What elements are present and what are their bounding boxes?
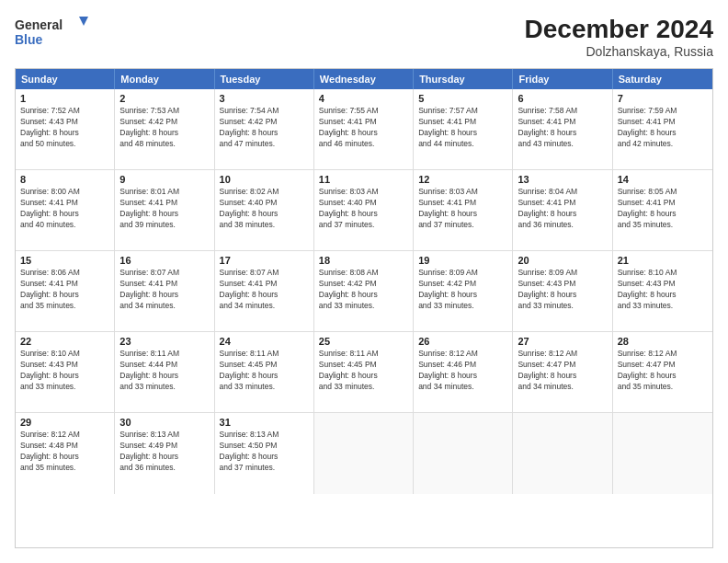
calendar-cell: 16Sunrise: 8:07 AM Sunset: 4:41 PM Dayli… xyxy=(115,251,214,331)
header-day-friday: Friday xyxy=(513,69,612,89)
cell-info: Sunrise: 8:13 AM Sunset: 4:49 PM Dayligh… xyxy=(119,430,209,474)
header-day-thursday: Thursday xyxy=(414,69,513,89)
main-title: December 2024 xyxy=(525,15,713,44)
calendar-cell: 21Sunrise: 8:10 AM Sunset: 4:43 PM Dayli… xyxy=(613,251,712,331)
calendar-cell: 14Sunrise: 8:05 AM Sunset: 4:41 PM Dayli… xyxy=(613,170,712,250)
calendar-cell: 26Sunrise: 8:12 AM Sunset: 4:46 PM Dayli… xyxy=(414,332,513,412)
calendar-cell: 8Sunrise: 8:00 AM Sunset: 4:41 PM Daylig… xyxy=(16,170,115,250)
calendar-cell: 9Sunrise: 8:01 AM Sunset: 4:41 PM Daylig… xyxy=(115,170,214,250)
cell-info: Sunrise: 8:12 AM Sunset: 4:46 PM Dayligh… xyxy=(418,349,507,393)
calendar-cell xyxy=(613,413,712,494)
svg-marker-2 xyxy=(79,17,88,26)
cell-info: Sunrise: 8:00 AM Sunset: 4:41 PM Dayligh… xyxy=(20,187,109,231)
day-number: 31 xyxy=(220,417,309,428)
cell-info: Sunrise: 8:02 AM Sunset: 4:40 PM Dayligh… xyxy=(220,187,309,231)
calendar-cell: 29Sunrise: 8:12 AM Sunset: 4:48 PM Dayli… xyxy=(16,413,115,494)
day-number: 1 xyxy=(20,93,109,104)
day-number: 24 xyxy=(220,336,309,347)
day-number: 22 xyxy=(20,336,109,347)
cell-info: Sunrise: 8:13 AM Sunset: 4:50 PM Dayligh… xyxy=(220,430,309,474)
calendar-cell: 24Sunrise: 8:11 AM Sunset: 4:45 PM Dayli… xyxy=(215,332,314,412)
cell-info: Sunrise: 7:59 AM Sunset: 4:41 PM Dayligh… xyxy=(618,106,708,150)
header: General Blue December 2024 Dolzhanskaya,… xyxy=(15,15,713,59)
day-number: 5 xyxy=(418,93,507,104)
calendar-cell: 10Sunrise: 8:02 AM Sunset: 4:40 PM Dayli… xyxy=(215,170,314,250)
calendar-cell: 6Sunrise: 7:58 AM Sunset: 4:41 PM Daylig… xyxy=(513,89,612,169)
calendar-cell: 22Sunrise: 8:10 AM Sunset: 4:43 PM Dayli… xyxy=(16,332,115,412)
subtitle: Dolzhanskaya, Russia xyxy=(525,44,713,59)
calendar-cell: 27Sunrise: 8:12 AM Sunset: 4:47 PM Dayli… xyxy=(513,332,612,412)
day-number: 29 xyxy=(20,417,109,428)
calendar-week-5: 29Sunrise: 8:12 AM Sunset: 4:48 PM Dayli… xyxy=(16,413,712,494)
header-day-tuesday: Tuesday xyxy=(215,69,314,89)
calendar-cell: 19Sunrise: 8:09 AM Sunset: 4:42 PM Dayli… xyxy=(414,251,513,331)
logo-svg: General Blue xyxy=(15,15,88,48)
calendar-header: SundayMondayTuesdayWednesdayThursdayFrid… xyxy=(16,69,712,89)
cell-info: Sunrise: 7:52 AM Sunset: 4:43 PM Dayligh… xyxy=(20,106,109,150)
cell-info: Sunrise: 8:08 AM Sunset: 4:42 PM Dayligh… xyxy=(319,268,408,312)
cell-info: Sunrise: 8:05 AM Sunset: 4:41 PM Dayligh… xyxy=(618,187,708,231)
cell-info: Sunrise: 7:58 AM Sunset: 4:41 PM Dayligh… xyxy=(518,106,607,150)
day-number: 18 xyxy=(319,255,408,266)
calendar-cell: 7Sunrise: 7:59 AM Sunset: 4:41 PM Daylig… xyxy=(613,89,712,169)
logo: General Blue xyxy=(15,15,88,48)
cell-info: Sunrise: 8:06 AM Sunset: 4:41 PM Dayligh… xyxy=(20,268,109,312)
cell-info: Sunrise: 8:11 AM Sunset: 4:44 PM Dayligh… xyxy=(119,349,209,393)
day-number: 2 xyxy=(119,93,209,104)
day-number: 26 xyxy=(418,336,507,347)
day-number: 21 xyxy=(618,255,708,266)
cell-info: Sunrise: 8:12 AM Sunset: 4:48 PM Dayligh… xyxy=(20,430,109,474)
day-number: 27 xyxy=(518,336,607,347)
day-number: 15 xyxy=(20,255,109,266)
calendar-cell: 25Sunrise: 8:11 AM Sunset: 4:45 PM Dayli… xyxy=(314,332,414,412)
page: General Blue December 2024 Dolzhanskaya,… xyxy=(0,0,728,563)
calendar-cell: 30Sunrise: 8:13 AM Sunset: 4:49 PM Dayli… xyxy=(115,413,214,494)
cell-info: Sunrise: 8:01 AM Sunset: 4:41 PM Dayligh… xyxy=(119,187,209,231)
calendar-cell: 1Sunrise: 7:52 AM Sunset: 4:43 PM Daylig… xyxy=(16,89,115,169)
calendar-cell: 12Sunrise: 8:03 AM Sunset: 4:41 PM Dayli… xyxy=(414,170,513,250)
day-number: 6 xyxy=(518,93,607,104)
cell-info: Sunrise: 7:53 AM Sunset: 4:42 PM Dayligh… xyxy=(119,106,209,150)
day-number: 16 xyxy=(119,255,209,266)
day-number: 8 xyxy=(20,174,109,185)
cell-info: Sunrise: 8:04 AM Sunset: 4:41 PM Dayligh… xyxy=(518,187,607,231)
day-number: 20 xyxy=(518,255,607,266)
calendar-cell: 3Sunrise: 7:54 AM Sunset: 4:42 PM Daylig… xyxy=(215,89,314,169)
day-number: 28 xyxy=(618,336,708,347)
calendar-week-2: 8Sunrise: 8:00 AM Sunset: 4:41 PM Daylig… xyxy=(16,170,712,251)
cell-info: Sunrise: 8:03 AM Sunset: 4:40 PM Dayligh… xyxy=(319,187,408,231)
cell-info: Sunrise: 8:12 AM Sunset: 4:47 PM Dayligh… xyxy=(518,349,607,393)
cell-info: Sunrise: 7:54 AM Sunset: 4:42 PM Dayligh… xyxy=(220,106,309,150)
title-block: December 2024 Dolzhanskaya, Russia xyxy=(525,15,713,59)
calendar-cell: 5Sunrise: 7:57 AM Sunset: 4:41 PM Daylig… xyxy=(414,89,513,169)
cell-info: Sunrise: 8:03 AM Sunset: 4:41 PM Dayligh… xyxy=(418,187,507,231)
cell-info: Sunrise: 7:57 AM Sunset: 4:41 PM Dayligh… xyxy=(418,106,507,150)
day-number: 10 xyxy=(220,174,309,185)
day-number: 14 xyxy=(618,174,708,185)
day-number: 17 xyxy=(220,255,309,266)
day-number: 13 xyxy=(518,174,607,185)
calendar-cell: 4Sunrise: 7:55 AM Sunset: 4:41 PM Daylig… xyxy=(314,89,414,169)
calendar: SundayMondayTuesdayWednesdayThursdayFrid… xyxy=(15,68,713,548)
calendar-body: 1Sunrise: 7:52 AM Sunset: 4:43 PM Daylig… xyxy=(16,89,712,494)
day-number: 3 xyxy=(220,93,309,104)
day-number: 7 xyxy=(618,93,708,104)
day-number: 9 xyxy=(119,174,209,185)
header-day-wednesday: Wednesday xyxy=(314,69,414,89)
calendar-week-4: 22Sunrise: 8:10 AM Sunset: 4:43 PM Dayli… xyxy=(16,332,712,413)
calendar-cell: 20Sunrise: 8:09 AM Sunset: 4:43 PM Dayli… xyxy=(513,251,612,331)
day-number: 25 xyxy=(319,336,408,347)
cell-info: Sunrise: 7:55 AM Sunset: 4:41 PM Dayligh… xyxy=(319,106,408,150)
cell-info: Sunrise: 8:09 AM Sunset: 4:43 PM Dayligh… xyxy=(518,268,607,312)
day-number: 11 xyxy=(319,174,408,185)
calendar-cell: 13Sunrise: 8:04 AM Sunset: 4:41 PM Dayli… xyxy=(513,170,612,250)
calendar-cell: 11Sunrise: 8:03 AM Sunset: 4:40 PM Dayli… xyxy=(314,170,414,250)
svg-text:Blue: Blue xyxy=(15,32,43,47)
calendar-cell xyxy=(414,413,513,494)
cell-info: Sunrise: 8:10 AM Sunset: 4:43 PM Dayligh… xyxy=(20,349,109,393)
header-day-monday: Monday xyxy=(115,69,214,89)
calendar-cell: 17Sunrise: 8:07 AM Sunset: 4:41 PM Dayli… xyxy=(215,251,314,331)
calendar-cell: 2Sunrise: 7:53 AM Sunset: 4:42 PM Daylig… xyxy=(115,89,214,169)
cell-info: Sunrise: 8:12 AM Sunset: 4:47 PM Dayligh… xyxy=(618,349,708,393)
calendar-cell: 23Sunrise: 8:11 AM Sunset: 4:44 PM Dayli… xyxy=(115,332,214,412)
